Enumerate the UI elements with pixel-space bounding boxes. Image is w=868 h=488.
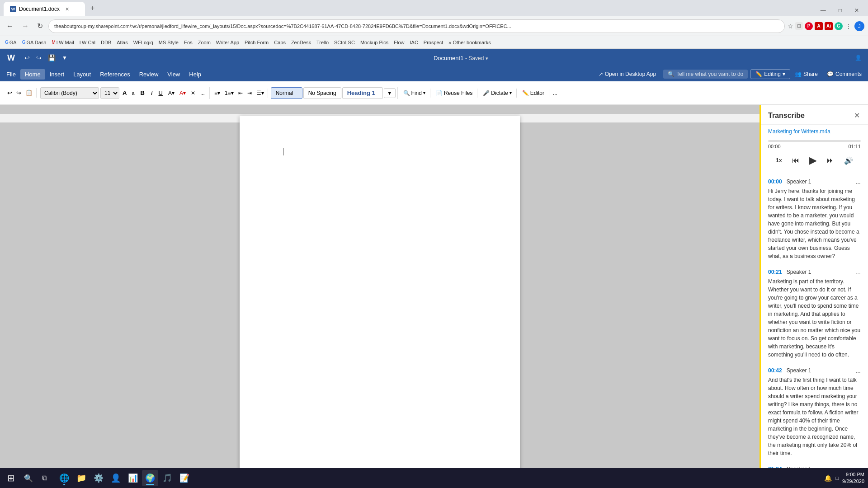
taskbar-app-explorer[interactable]: 📁 xyxy=(73,470,90,486)
tell-me-area[interactable]: 🔍 Tell me what you want to do xyxy=(663,70,748,79)
entry-2-time[interactable]: 00:21 xyxy=(768,269,782,275)
page-content[interactable] xyxy=(240,116,520,378)
taskbar-app-music[interactable]: 🎵 xyxy=(159,470,175,486)
menu-review[interactable]: Review xyxy=(135,69,163,80)
transcript-scroll-area[interactable]: 00:00 Speaker 1 ... Hi Jerry here, thank… xyxy=(761,173,868,488)
bullets-btn[interactable]: ≡▾ xyxy=(212,89,222,98)
font-grow-btn[interactable]: A xyxy=(121,88,128,98)
entry-1-time[interactable]: 00:00 xyxy=(768,178,782,185)
bookmark-mockup-pics[interactable]: Mockup Pics xyxy=(358,39,391,46)
clear-format-btn[interactable]: ✕ xyxy=(189,89,197,98)
bookmark-writer-app[interactable]: Writer App xyxy=(214,39,241,46)
bookmark-ga[interactable]: GGA xyxy=(3,39,19,46)
undo-button[interactable]: ↩ xyxy=(22,53,32,63)
bookmark-zendesk[interactable]: ZenDesk xyxy=(289,39,313,46)
taskbar-app-person[interactable]: 👤 xyxy=(108,470,124,486)
bookmark-ga-dash[interactable]: GGA Dash xyxy=(20,39,49,46)
paste-btn[interactable]: 📋 xyxy=(24,88,34,98)
share-button[interactable]: 👥 Share xyxy=(790,69,822,79)
bold-btn[interactable]: B xyxy=(138,88,147,98)
reuse-files-btn[interactable]: 📄 Reuse Files xyxy=(433,89,475,98)
entry-1-more-icon[interactable]: ... xyxy=(855,178,861,185)
taskbar-app-chart[interactable]: 📊 xyxy=(125,470,141,486)
ext-more[interactable]: ⋮ xyxy=(844,22,853,31)
ext-profile[interactable]: J xyxy=(854,21,864,31)
bookmark-trello[interactable]: Trello xyxy=(314,39,331,46)
taskbar-notifications[interactable]: 🔔 xyxy=(824,474,832,482)
document-page[interactable] xyxy=(240,116,520,488)
bookmark-sctolsc[interactable]: SCtoLSC xyxy=(332,39,357,46)
new-tab-button[interactable]: + xyxy=(87,1,98,15)
normal-style-btn[interactable]: Normal xyxy=(271,87,302,99)
bookmark-other[interactable]: » Other bookmarks xyxy=(446,39,493,46)
taskbar-app-word[interactable]: 📝 xyxy=(176,470,193,486)
menu-help[interactable]: Help xyxy=(184,69,206,80)
forward-button[interactable]: → xyxy=(19,20,32,32)
more-styles-btn[interactable]: ▼ xyxy=(384,88,396,98)
menu-references[interactable]: References xyxy=(95,69,134,80)
bookmark-lw-mail[interactable]: MLW Mail xyxy=(50,39,76,46)
open-desktop-app-button[interactable]: ↗ Open in Desktop App xyxy=(594,69,660,79)
taskbar-app-browser[interactable]: 🌍 xyxy=(142,470,158,486)
speed-button[interactable]: 1x xyxy=(774,155,783,165)
editor-btn[interactable]: ✏️ Editor xyxy=(519,89,547,98)
browser-tab[interactable]: W Document1.docx ✕ xyxy=(4,2,85,16)
transcribe-file-link[interactable]: Marketing for Writers.m4a xyxy=(761,125,868,138)
progress-bar-track[interactable] xyxy=(768,140,861,142)
user-profile-button[interactable]: 👤 xyxy=(852,53,864,62)
ext-grammarly[interactable]: G xyxy=(835,22,843,30)
transcribe-close-btn[interactable]: ✕ xyxy=(853,110,861,121)
save-button[interactable]: 💾 xyxy=(46,53,58,63)
bookmark-iac[interactable]: IAC xyxy=(407,39,420,46)
bookmark-pitch-form[interactable]: Pitch Form xyxy=(242,39,271,46)
entry-3-more-icon[interactable]: ... xyxy=(855,367,861,374)
font-name-select[interactable]: Calibri (Body) xyxy=(40,87,99,99)
undo-ribbon-btn[interactable]: ↩ xyxy=(5,88,14,98)
menu-home[interactable]: Home xyxy=(20,69,45,80)
ribbon-more-btn[interactable]: ... xyxy=(550,89,560,98)
ext-star[interactable]: ☆ xyxy=(788,23,793,30)
bookmark-ddb[interactable]: DDB xyxy=(99,39,113,46)
no-spacing-style-btn[interactable]: No Spacing xyxy=(303,87,341,99)
heading1-style-btn[interactable]: Heading 1 xyxy=(342,87,383,99)
bookmark-caps[interactable]: Caps xyxy=(272,39,288,46)
font-shrink-btn[interactable]: a xyxy=(130,89,136,97)
menu-view[interactable]: View xyxy=(163,69,184,80)
font-color-btn[interactable]: A▾ xyxy=(178,89,188,98)
dictate-btn[interactable]: 🎤 Dictate ▾ xyxy=(480,89,514,98)
saved-dropdown-icon[interactable]: ▾ xyxy=(486,56,488,61)
back-button[interactable]: ← xyxy=(4,20,16,32)
customize-quick-access[interactable]: ▼ xyxy=(60,53,70,62)
comments-button[interactable]: 💬 Comments xyxy=(822,69,866,79)
window-close[interactable]: ✕ xyxy=(849,5,864,16)
bookmark-atlas[interactable]: Atlas xyxy=(114,39,130,46)
start-button[interactable]: ⊞ xyxy=(4,471,19,485)
italic-btn[interactable]: I xyxy=(149,88,155,98)
volume-button[interactable]: 🔊 xyxy=(842,155,855,167)
font-size-select[interactable]: 11 xyxy=(100,87,119,99)
menu-file[interactable]: File xyxy=(2,69,20,80)
address-bar-container[interactable]: theaboutgroup-my.sharepoint.com/:w:/r/pe… xyxy=(48,19,785,33)
bookmark-flow[interactable]: Flow xyxy=(392,39,406,46)
taskbar-search[interactable]: 🔍 xyxy=(20,472,37,484)
taskbar-app-edge[interactable]: 🌐 xyxy=(56,470,72,486)
underline-btn[interactable]: U xyxy=(156,88,165,98)
window-maximize[interactable]: □ xyxy=(833,5,847,16)
bookmark-wflogiq[interactable]: WFLogiq xyxy=(131,39,156,46)
bookmark-ms-style[interactable]: MS Style xyxy=(156,39,181,46)
align-btn[interactable]: ☰▾ xyxy=(255,89,266,98)
taskbar-app-settings[interactable]: ⚙️ xyxy=(90,470,107,486)
entry-2-more-icon[interactable]: ... xyxy=(855,268,861,276)
redo-button[interactable]: ↪ xyxy=(34,53,44,63)
tab-close-icon[interactable]: ✕ xyxy=(65,6,69,12)
editing-mode-button[interactable]: ✏️ Editing ▾ xyxy=(750,69,790,79)
play-button[interactable]: ▶ xyxy=(807,153,819,168)
ext-pinterest[interactable]: P xyxy=(805,22,813,30)
skip-forward-button[interactable]: ⏭ xyxy=(825,155,836,166)
find-btn[interactable]: 🔍 Find ▾ xyxy=(401,89,428,98)
redo-ribbon-btn[interactable]: ↪ xyxy=(14,88,23,98)
decrease-indent-btn[interactable]: ⇤ xyxy=(236,89,245,98)
menu-layout[interactable]: Layout xyxy=(69,69,95,80)
bookmark-lw-cal[interactable]: LW Cal xyxy=(77,39,98,46)
bookmark-prospect[interactable]: Prospect xyxy=(421,39,445,46)
